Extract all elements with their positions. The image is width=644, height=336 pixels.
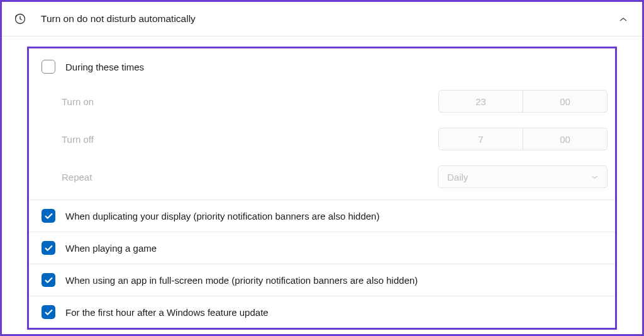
turn-off-label: Turn off [62,134,438,145]
turn-on-time: 23 00 [438,90,608,113]
turn-on-min[interactable]: 00 [523,90,608,113]
during-times-label: During these times [65,62,608,72]
duplicating-label: When duplicating your display (priority … [65,211,608,221]
feature-update-checkbox[interactable] [42,305,55,319]
repeat-select[interactable]: Daily [438,165,608,188]
turn-on-hour[interactable]: 23 [438,90,523,113]
gaming-label: When playing a game [65,243,608,254]
during-times-row: During these times [29,48,615,82]
turn-off-time: 7 00 [438,128,608,150]
turn-on-row: Turn on 23 00 [29,82,615,120]
settings-panel: Turn on do not disturb automatically Dur… [0,0,644,336]
turn-off-row: Turn off 7 00 [29,120,615,158]
fullscreen-row: When using an app in full-screen mode (p… [29,264,615,296]
during-times-checkbox[interactable] [42,60,55,74]
turn-off-min[interactable]: 00 [523,128,608,150]
feature-update-label: For the first hour after a Windows featu… [65,307,608,318]
section-title: Turn on do not disturb automatically [41,13,619,25]
during-times-block: During these times Turn on 23 00 Turn of… [29,48,615,200]
options-frame: During these times Turn on 23 00 Turn of… [27,47,617,330]
chevron-up-icon [619,14,627,24]
chevron-down-icon [591,173,598,181]
gaming-checkbox[interactable] [42,241,55,255]
section-header[interactable]: Turn on do not disturb automatically [2,2,642,36]
repeat-value: Daily [447,172,468,182]
repeat-row: Repeat Daily [29,158,615,196]
duplicating-display-row: When duplicating your display (priority … [29,200,615,232]
gaming-row: When playing a game [29,232,615,264]
feature-update-row: For the first hour after a Windows featu… [29,296,615,328]
repeat-label: Repeat [62,172,438,182]
turn-on-label: Turn on [62,96,438,107]
turn-off-hour[interactable]: 7 [438,128,523,150]
duplicating-checkbox[interactable] [42,209,55,223]
clock-history-icon [13,12,27,26]
fullscreen-label: When using an app in full-screen mode (p… [65,275,608,286]
fullscreen-checkbox[interactable] [42,273,55,287]
